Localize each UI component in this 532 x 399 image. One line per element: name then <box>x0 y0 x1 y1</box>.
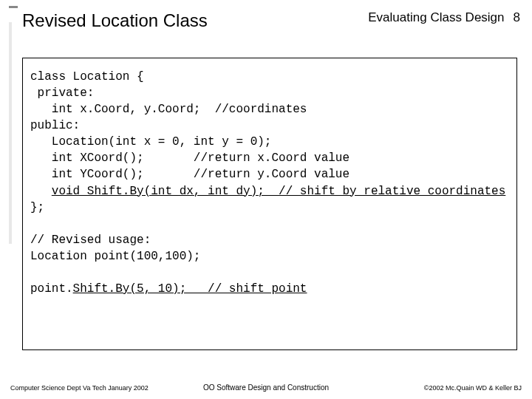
decor-top-mark <box>9 6 18 8</box>
code-line-underlined: Shift.By(5, 10); // shift point <box>73 282 307 296</box>
code-line: public: <box>30 119 80 132</box>
code-line-prefix: point. <box>30 282 73 296</box>
slide-title: Revised Location Class <box>22 10 208 31</box>
code-line: int x.Coord, y.Coord; //coordinates <box>30 103 307 116</box>
page-number: 8 <box>514 10 520 25</box>
code-line: private: <box>30 86 94 100</box>
code-line: int YCoord(); //return y.Coord value <box>30 168 349 181</box>
code-line: }; <box>30 201 44 214</box>
code-line: int XCoord(); //return x.Coord value <box>30 151 349 165</box>
footer: Computer Science Dept Va Tech January 20… <box>10 384 522 392</box>
section-label: Evaluating Class Design <box>368 10 504 25</box>
code-line: Location(int x = 0, int y = 0); <box>30 135 271 149</box>
code-box: class Location { private: int x.Coord, y… <box>22 58 517 350</box>
code-line: class Location { <box>30 70 144 83</box>
decor-left-mark <box>9 22 12 244</box>
slide: Revised Location Class Evaluating Class … <box>0 0 532 399</box>
header: Revised Location Class Evaluating Class … <box>22 10 520 31</box>
code-line: // Revised usage: <box>30 233 151 247</box>
code-line-prefix <box>30 185 52 198</box>
footer-right: ©2002 Mc.Quain WD & Keller BJ <box>424 384 522 392</box>
code-line: Location point(100,100); <box>30 250 200 263</box>
header-right: Evaluating Class Design 8 <box>368 10 520 25</box>
code-line-underlined: void Shift.By(int dx, int dy); // shift … <box>52 185 506 198</box>
footer-left: Computer Science Dept Va Tech January 20… <box>10 384 149 392</box>
